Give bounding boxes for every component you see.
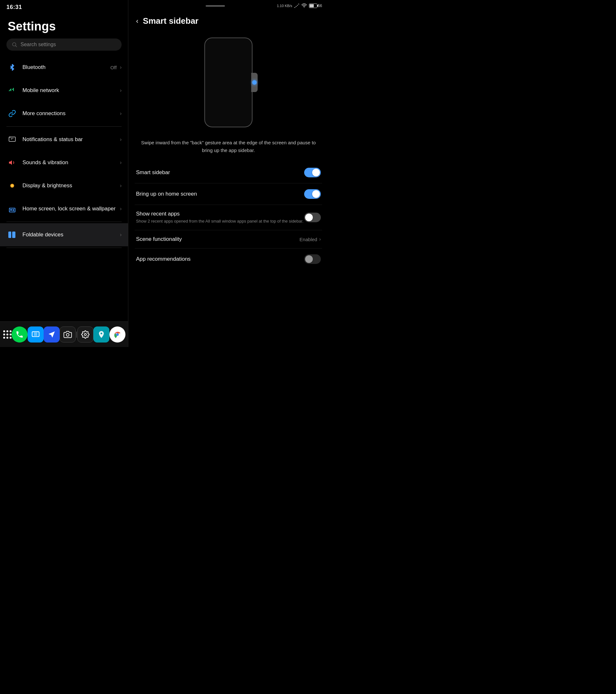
- nav-app-settings[interactable]: [77, 327, 93, 343]
- app-rec-toggle[interactable]: [304, 254, 321, 264]
- smart-sidebar-label: Smart sidebar: [136, 169, 170, 176]
- sound-icon: [6, 157, 18, 168]
- home-screen-icon: [6, 203, 18, 215]
- wifi-icon: [301, 3, 307, 8]
- back-button[interactable]: ‹: [136, 17, 138, 25]
- bring-up-home-toggle[interactable]: [304, 189, 321, 199]
- mobile-network-chevron: ›: [120, 88, 122, 93]
- nav-app-screen[interactable]: [28, 327, 43, 343]
- sounds-label-container: Sounds & vibration: [22, 159, 120, 166]
- more-connections-right: ›: [120, 111, 122, 116]
- bottom-nav: |: [0, 321, 128, 347]
- show-recent-thumb: [305, 214, 313, 221]
- mobile-network-right: ›: [120, 88, 122, 93]
- notch-pill: [206, 5, 225, 7]
- scene-chevron: ›: [319, 236, 321, 242]
- nav-app-chrome[interactable]: [109, 327, 125, 343]
- svg-point-0: [13, 43, 16, 46]
- display-chevron: ›: [120, 183, 122, 188]
- status-pill-container: [206, 5, 225, 7]
- app-drawer-button[interactable]: [3, 327, 12, 342]
- foldable-chevron: ›: [120, 232, 122, 238]
- home-screen-label: Home screen, lock screen & wallpaper: [22, 205, 115, 212]
- nav-app-phone[interactable]: [12, 327, 28, 343]
- foldable-label: Foldable devices: [22, 232, 64, 238]
- bring-up-home-text: Bring up on home screen: [136, 191, 304, 197]
- foldable-icon: [6, 229, 18, 240]
- battery-percent: 56: [318, 3, 322, 8]
- mobile-network-label: Mobile network: [22, 87, 59, 93]
- app-rec-label: App recommendations: [136, 256, 191, 262]
- app-rec-text: App recommendations: [136, 256, 304, 262]
- settings-options: Smart sidebar Bring up on home screen Sh…: [128, 162, 328, 270]
- mobile-network-label-container: Mobile network: [22, 87, 120, 94]
- svg-rect-19: [34, 332, 38, 336]
- display-label-container: Display & brightness: [22, 182, 120, 189]
- option-scene-functionality[interactable]: Scene functionality Enabled ›: [135, 230, 322, 249]
- nav-app-maps[interactable]: [93, 327, 109, 343]
- right-header: ‹ Smart sidebar: [128, 11, 328, 31]
- dot-8: [6, 337, 8, 339]
- foldable-label-container: Foldable devices: [22, 231, 120, 238]
- description-text: Swipe inward from the "back" gesture are…: [128, 134, 328, 162]
- nav-app-camera[interactable]: [60, 327, 76, 343]
- bring-up-home-label: Bring up on home screen: [136, 191, 197, 197]
- time-display: 16:31: [6, 4, 22, 10]
- notifications-icon: [6, 134, 18, 145]
- svg-rect-15: [8, 232, 12, 238]
- dot-9: [10, 337, 12, 339]
- search-bar[interactable]: Search settings: [6, 38, 122, 51]
- divider-3: [6, 248, 122, 248]
- option-smart-sidebar: Smart sidebar: [135, 162, 322, 183]
- show-recent-label: Show recent apps: [136, 211, 180, 217]
- dot-7: [3, 337, 5, 339]
- left-panel: 16:31 Settings Search settings: [0, 0, 128, 347]
- status-right-icons: 1.10 KB/s 56: [277, 3, 322, 8]
- smart-sidebar-thumb: [312, 169, 320, 177]
- settings-item-mobile-network[interactable]: Mobile network ›: [0, 79, 128, 102]
- show-recent-text: Show recent apps Show 2 recent apps open…: [136, 211, 304, 224]
- show-recent-toggle[interactable]: [304, 213, 321, 222]
- svg-point-23: [116, 333, 119, 336]
- option-app-recommendations: App recommendations: [135, 249, 322, 270]
- mobile-network-icon: [6, 85, 18, 96]
- display-right: ›: [120, 183, 122, 188]
- settings-item-notifications[interactable]: Notifications & status bar ›: [0, 128, 128, 151]
- svg-rect-16: [12, 232, 15, 238]
- home-screen-chevron: ›: [120, 206, 122, 212]
- more-connections-label-container: More connections: [22, 110, 120, 117]
- settings-title: Settings: [0, 13, 128, 38]
- settings-item-sounds[interactable]: Sounds & vibration ›: [0, 151, 128, 174]
- settings-item-foldable[interactable]: Foldable devices ›: [0, 223, 128, 246]
- more-connections-chevron: ›: [120, 111, 122, 116]
- notifications-label: Notifications & status bar: [22, 136, 83, 142]
- smart-sidebar-toggle[interactable]: [304, 168, 321, 177]
- scene-text: Scene functionality: [136, 236, 300, 242]
- settings-item-home-screen[interactable]: Home screen, lock screen & wallpaper ›: [0, 197, 128, 220]
- scene-value: Enabled: [300, 237, 317, 242]
- settings-item-display[interactable]: Display & brightness ›: [0, 174, 128, 197]
- sidebar-dot-visual: [252, 80, 257, 85]
- dot-5: [6, 333, 8, 335]
- nav-app-blue[interactable]: [43, 327, 60, 343]
- svg-rect-11: [9, 208, 15, 212]
- home-screen-label-container: Home screen, lock screen & wallpaper: [22, 205, 120, 212]
- display-label: Display & brightness: [22, 182, 72, 188]
- phone-mockup: [204, 38, 253, 127]
- bluetooth-right: Off ›: [110, 65, 122, 70]
- app-rec-thumb: [305, 255, 313, 263]
- status-bar-left: 16:31: [0, 0, 128, 13]
- scene-label: Scene functionality: [136, 236, 182, 242]
- svg-line-1: [15, 45, 17, 47]
- search-placeholder: Search settings: [20, 42, 56, 48]
- notifications-chevron: ›: [120, 136, 122, 142]
- divider-2: [6, 222, 122, 222]
- bluetooth-value: Off: [110, 65, 117, 70]
- smart-sidebar-text: Smart sidebar: [136, 169, 304, 176]
- dot-2: [6, 330, 8, 332]
- settings-item-more-connections[interactable]: More connections ›: [0, 102, 128, 125]
- settings-item-bluetooth[interactable]: Bluetooth Off ›: [0, 56, 128, 79]
- status-bar-right: 1.10 KB/s 56: [128, 0, 328, 11]
- dot-1: [3, 330, 5, 332]
- bluetooth-icon: [6, 61, 18, 73]
